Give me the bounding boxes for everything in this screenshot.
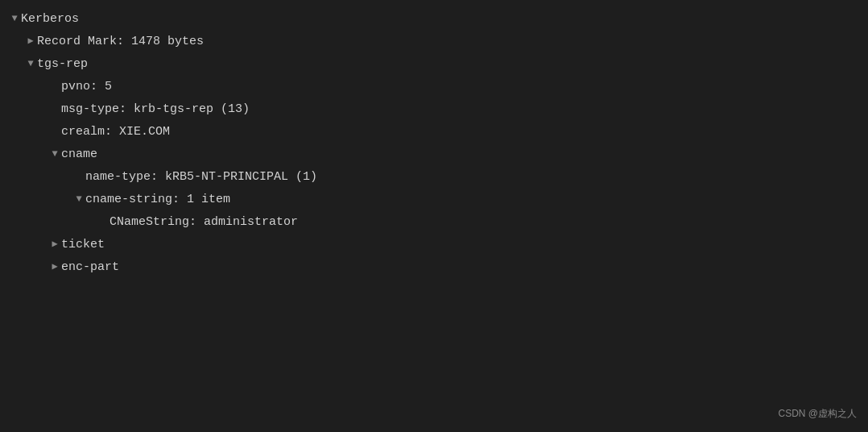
cname-label: cname [61,145,97,164]
packet-tree-panel: Kerberos Record Mark: 1478 bytes tgs-rep… [0,0,868,432]
tree-item-crealm: crealm: XIE.COM [0,121,868,143]
watermark: CSDN @虚构之人 [778,407,857,421]
tree-item-name-type: name-type: kRB5-NT-PRINCIPAL (1) [0,166,868,189]
name-type-label: name-type: kRB5-NT-PRINCIPAL (1) [85,168,317,187]
crealm-label: crealm: XIE.COM [61,123,170,142]
toggle-record-mark[interactable] [24,34,37,49]
tree-item-tgs-rep[interactable]: tgs-rep [0,53,868,76]
tree-item-pvno: pvno: 5 [0,76,868,98]
toggle-kerberos[interactable] [8,11,21,27]
toggle-cname[interactable] [48,147,61,162]
tree-item-msg-type: msg-type: krb-tgs-rep (13) [0,98,868,121]
toggle-cname-string[interactable] [72,192,85,207]
tree-item-record-mark[interactable]: Record Mark: 1478 bytes [0,31,868,53]
enc-part-label: enc-part [61,258,119,277]
pvno-label: pvno: 5 [61,77,112,97]
toggle-ticket[interactable] [48,237,61,252]
ticket-label: ticket [61,235,105,255]
msg-type-label: msg-type: krb-tgs-rep (13) [61,100,250,119]
toggle-enc-part[interactable] [48,260,61,275]
tree-item-ticket[interactable]: ticket [0,234,868,256]
kerberos-label: Kerberos [21,10,79,29]
cnamestring-label: CNameString: administrator [110,213,298,232]
tgs-rep-label: tgs-rep [37,55,88,74]
tree-root-kerberos[interactable]: Kerberos [0,8,868,31]
tree-item-cname-string[interactable]: cname-string: 1 item [0,189,868,211]
toggle-tgs-rep[interactable] [24,56,37,72]
tree-item-enc-part[interactable]: enc-part [0,256,868,279]
record-mark-label: Record Mark: 1478 bytes [37,32,204,52]
tree-item-cnamestring: CNameString: administrator [0,211,868,234]
tree-item-cname[interactable]: cname [0,143,868,166]
cname-string-label: cname-string: 1 item [85,190,230,210]
